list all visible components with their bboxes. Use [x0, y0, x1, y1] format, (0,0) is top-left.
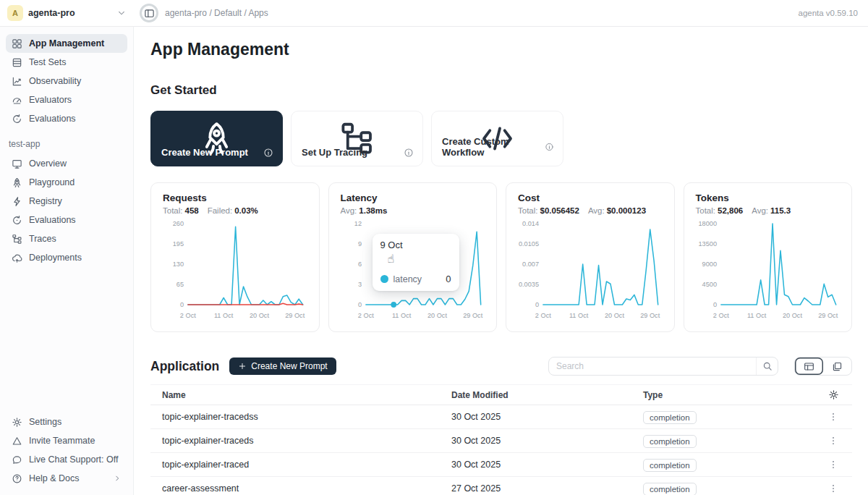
sidebar-item-evaluators[interactable]: Evaluators — [6, 90, 127, 109]
sidebar-item-label: Traces — [29, 234, 56, 244]
chart-title: Tokens — [696, 192, 841, 203]
search-input[interactable] — [549, 361, 756, 371]
sidebar-item-help-docs[interactable]: Help & Docs — [6, 469, 127, 488]
svg-text:3: 3 — [357, 281, 361, 288]
search-button[interactable] — [756, 358, 778, 375]
info-icon[interactable] — [404, 148, 414, 158]
chart-stats: Total:458Failed:0.03% — [163, 206, 307, 215]
stat: Avg:1.38ms — [341, 206, 388, 215]
chart-stats: Total:$0.056452Avg:$0.000123 — [518, 206, 663, 215]
sidebar-item-overview[interactable]: Overview — [6, 154, 127, 173]
svg-text:20 Oct: 20 Oct — [250, 312, 269, 319]
sidebar-item-live-chat-support-off[interactable]: Live Chat Support: Off — [6, 450, 127, 469]
tooltip-legend-row: latency0 — [380, 274, 451, 284]
sidebar-item-settings[interactable]: Settings — [6, 412, 127, 431]
info-icon[interactable] — [263, 148, 273, 158]
svg-text:65: 65 — [176, 281, 184, 288]
create-new-prompt-button[interactable]: Create New Prompt — [229, 358, 336, 375]
row-actions-button[interactable] — [827, 458, 840, 471]
svg-text:29 Oct: 29 Oct — [463, 312, 482, 319]
button-label: Create New Prompt — [251, 361, 327, 371]
stat: Failed:0.03% — [208, 206, 258, 215]
page-title: App Management — [150, 40, 852, 59]
sidebar-item-label: Settings — [29, 417, 61, 427]
svg-text:29 Oct: 29 Oct — [640, 312, 660, 319]
type-badge: completion — [643, 411, 697, 424]
svg-text:2 Oct: 2 Oct — [712, 312, 728, 319]
set-up-tracing-card[interactable]: Set Up Tracing — [291, 111, 423, 166]
sidebar-collapse-button[interactable] — [140, 4, 158, 22]
chart-plot[interactable]: 0651301952602 Oct11 Oct20 Oct29 Oct — [163, 216, 307, 323]
workspace-selector[interactable]: A agenta-pro — [0, 5, 134, 21]
sidebar-item-observability[interactable]: Observability — [6, 72, 127, 90]
type-badge: completion — [643, 435, 697, 448]
bolt-icon — [12, 196, 22, 207]
sidebar-item-label: Deployments — [29, 253, 82, 263]
table-row[interactable]: topic-explainer-tracedss30 Oct 2025compl… — [150, 405, 852, 429]
app-name: topic-explainer-traced — [162, 460, 451, 470]
metric-card-requests: RequestsTotal:458Failed:0.03%06513019526… — [150, 182, 320, 332]
list-icon — [12, 57, 22, 68]
tree-icon — [12, 234, 22, 245]
table-view-icon — [804, 361, 814, 372]
svg-text:0: 0 — [180, 301, 184, 308]
sidebar-item-traces[interactable]: Traces — [6, 229, 127, 248]
svg-text:20 Oct: 20 Oct — [605, 312, 624, 319]
sidebar-item-label: Playground — [29, 177, 75, 187]
applications-table: Name Date Modified Type topic-explainer-… — [150, 384, 852, 495]
stat: Avg:$0.000123 — [588, 206, 646, 215]
row-actions-button[interactable] — [827, 482, 840, 495]
table-row[interactable]: career-assessment27 Oct 2025completion — [150, 477, 852, 495]
table-settings-gear-icon[interactable] — [828, 389, 839, 400]
svg-text:0.0105: 0.0105 — [519, 240, 539, 248]
svg-text:2 Oct: 2 Oct — [535, 312, 551, 319]
sidebar-item-playground[interactable]: Playground — [6, 173, 127, 192]
sidebar-item-registry[interactable]: Registry — [6, 192, 127, 211]
view-toggle — [794, 357, 852, 376]
chart-stats: Total:52,806Avg:115.3 — [696, 206, 841, 215]
chart-tooltip: 9 Oct☝latency0 — [373, 234, 459, 291]
chart-icon — [12, 76, 22, 87]
table-row[interactable]: topic-explainer-traced30 Oct 2025complet… — [150, 453, 852, 477]
sidebar: App ManagementTest SetsObservabilityEval… — [0, 27, 134, 495]
sidebar-item-test-sets[interactable]: Test Sets — [6, 53, 127, 72]
type-badge: completion — [643, 459, 697, 472]
refresh-icon — [12, 114, 22, 124]
card-view-button[interactable] — [823, 358, 851, 375]
breadcrumb[interactable]: agenta-pro / Default / Apps — [165, 8, 268, 18]
refresh-icon — [12, 215, 22, 226]
date-modified: 30 Oct 2025 — [451, 412, 643, 422]
chevron-down-icon[interactable] — [116, 8, 127, 18]
sidebar-item-evaluations[interactable]: Evaluations — [6, 211, 127, 229]
svg-text:2 Oct: 2 Oct — [357, 312, 373, 319]
create-custom-workflow-card[interactable]: Create Custom Workflow — [431, 111, 563, 166]
sidebar-item-invite-teammate[interactable]: Invite Teammate — [6, 431, 127, 450]
svg-text:2 Oct: 2 Oct — [180, 312, 196, 319]
date-modified: 30 Oct 2025 — [451, 436, 643, 446]
row-actions-button[interactable] — [827, 434, 840, 447]
svg-text:11 Oct: 11 Oct — [214, 312, 234, 319]
sidebar-app-nav: OverviewPlaygroundRegistryEvaluationsTra… — [6, 154, 127, 267]
chart-plot[interactable]: 00.00350.0070.01050.0142 Oct11 Oct20 Oct… — [518, 216, 663, 323]
sidebar-item-label: App Management — [29, 38, 104, 48]
svg-text:20 Oct: 20 Oct — [427, 312, 446, 319]
tooltip-series-name: latency — [393, 274, 422, 284]
row-actions-button[interactable] — [827, 410, 840, 423]
gear-icon — [12, 417, 22, 428]
chart-plot[interactable]: 04500900013500180002 Oct11 Oct20 Oct29 O… — [696, 216, 841, 323]
stat: Avg:115.3 — [752, 206, 791, 215]
date-modified: 27 Oct 2025 — [451, 483, 643, 494]
sidebar-item-label: Test Sets — [29, 57, 66, 67]
create-new-prompt-card[interactable]: Create New Prompt — [150, 111, 283, 166]
table-row[interactable]: topic-explainer-traceds30 Oct 2025comple… — [150, 429, 852, 453]
sidebar-item-label: Registry — [29, 196, 62, 206]
table-view-button[interactable] — [795, 358, 823, 375]
svg-text:0: 0 — [535, 301, 539, 308]
app-name: topic-explainer-tracedss — [162, 412, 451, 422]
card-label: Set Up Tracing — [302, 147, 367, 158]
info-icon[interactable] — [545, 142, 554, 152]
sidebar-item-deployments[interactable]: Deployments — [6, 248, 127, 267]
sidebar-item-evaluations[interactable]: Evaluations — [6, 109, 127, 128]
sidebar-item-app-management[interactable]: App Management — [6, 34, 127, 53]
type-badge: completion — [643, 483, 697, 495]
